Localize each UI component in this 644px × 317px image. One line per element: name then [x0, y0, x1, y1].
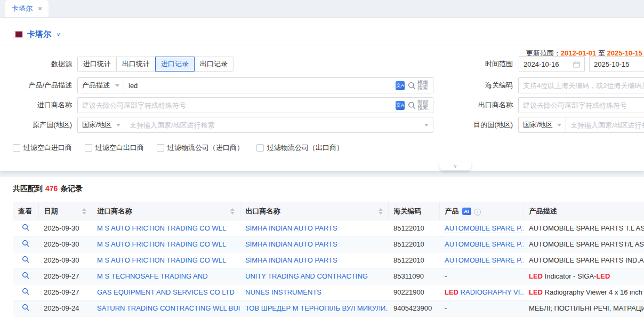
exporter-cell: UNITY TRADING AND CONTRACTING [240, 268, 388, 284]
importer-search-input[interactable] [82, 101, 396, 109]
fuzzy-search-button[interactable]: 模糊搜索 [408, 80, 429, 91]
importer-link[interactable]: SATURN TRADING CONTRACTING WLL BUI... [97, 304, 240, 313]
chevron-down-icon [116, 124, 120, 129]
origin-mode-select[interactable]: 国家/地区 [77, 117, 125, 133]
country-header[interactable]: 卡塔尔 ∨ [13, 26, 60, 42]
source-export-records-button[interactable]: 出口记录 [194, 57, 234, 72]
date-cell: 2025-09-24 [38, 300, 92, 316]
view-cell [13, 284, 38, 300]
chevron-down-icon [557, 124, 561, 129]
col-hs-code: 海关编码 [388, 202, 439, 220]
product-cell: AUTOMOBILE SPARE P... [439, 220, 524, 236]
tab-title: 卡塔尔 [12, 4, 33, 13]
time-range-label: 时间范围 [453, 59, 513, 69]
product-cell-text[interactable]: RADIOGRAPHY VI... [458, 288, 524, 297]
translate-icon[interactable]: 文A [396, 101, 405, 110]
view-record-icon[interactable] [22, 256, 29, 265]
smart-search-label: 智能搜索 [417, 100, 429, 110]
end-date-value: 2025-10-15 [594, 60, 640, 68]
hs-code-input[interactable] [523, 82, 644, 90]
smart-search-button[interactable]: 智能搜索 [408, 100, 429, 110]
product-cell-text[interactable]: AUTOMOBILE SPARE P... [445, 224, 524, 233]
exporter-link[interactable]: SIMHA INDIAN AUTO PARTS [245, 256, 337, 264]
sort-carets-icon[interactable] [82, 206, 86, 217]
importer-search-box: 文A 智能搜索 [77, 97, 433, 113]
divider [0, 45, 644, 45]
exporter-search-input[interactable] [523, 101, 644, 109]
importer-cell: M S TECHNOSAFE TRADING AND [92, 268, 240, 284]
origin-search-input[interactable] [130, 121, 424, 129]
col-date[interactable]: 日期 [38, 202, 92, 220]
importer-link[interactable]: M S AUTO FRICTION TRADING CO WLL [97, 256, 226, 264]
translate-icon[interactable]: 文A [396, 81, 405, 90]
product-cell-text[interactable]: AUTOMOBILE SPARE P... [445, 240, 524, 249]
checkbox-icon [256, 144, 264, 152]
filter-checkbox-row: 过滤空白进口商 过滤空白出口商 过滤物流公司（进口商） 过滤物流公司（出口商） [13, 143, 343, 153]
exporter-link[interactable]: SIMHA INDIAN AUTO PARTS [245, 224, 337, 232]
view-record-icon[interactable] [22, 288, 29, 297]
product-type-select[interactable]: 产品描述 [77, 77, 124, 93]
data-source-row: 数据源 进口统计 出口统计 进口记录 出口记录 [13, 57, 234, 72]
col-importer[interactable]: 进口商名称 [92, 202, 240, 220]
exporter-link[interactable]: UNITY TRADING AND CONTRACTING [245, 272, 368, 280]
hs-code-label: 海关编码 [453, 81, 513, 90]
date-cell: 2025-09-30 [38, 252, 92, 268]
view-record-icon[interactable] [22, 224, 29, 233]
collapse-filters-button[interactable]: ∨ [439, 162, 471, 170]
source-import-records-button[interactable]: 进口记录 [155, 57, 195, 72]
filter-logistics-exporter-checkbox[interactable]: 过滤物流公司（出口商） [256, 143, 343, 153]
chevron-down-icon [424, 124, 429, 129]
description-cell-text: AUTOMOBILE SPARE PARTST/L ASSY ... [529, 240, 644, 248]
destination-search-input[interactable] [570, 121, 644, 129]
importer-link[interactable]: GAS EQUIPMENT AND SERVICES CO LTD [97, 288, 235, 296]
filter-blank-importer-checkbox[interactable]: 过滤空白进口商 [13, 143, 72, 153]
sort-carets-icon[interactable] [230, 206, 235, 217]
filter-blank-exporter-checkbox[interactable]: 过滤空白出口商 [85, 143, 144, 153]
description-cell: AUTOMOBILE SPARE PARTST/L ASSY ... [524, 236, 644, 252]
product-search-input[interactable] [128, 82, 396, 90]
destination-row: 目的国(地区) 国家/地区 [453, 117, 644, 133]
table-row: 2025-09-27M S TECHNOSAFE TRADING ANDUNIT… [13, 268, 644, 284]
exporter-link[interactable]: SIMHA INDIAN AUTO PARTS [245, 240, 337, 248]
info-icon[interactable]: i [474, 209, 481, 216]
col-exporter[interactable]: 出口商名称 [240, 202, 388, 220]
origin-row: 原产国(地区) 国家/地区 [13, 117, 433, 133]
tab-qatar[interactable]: 卡塔尔 × [5, 0, 49, 17]
hs-code-cell: 85311090 [388, 268, 439, 284]
search-icon [408, 101, 416, 109]
description-cell-text: Indicator - SIGA- [543, 272, 596, 280]
exporter-link[interactable]: ТОВ ШРЕДЕР М ТЕРНОПІЛЬ ВУЛ МИКУЛИ... [245, 304, 388, 313]
source-import-stats-button[interactable]: 进口统计 [77, 57, 117, 72]
importer-link[interactable]: M S AUTO FRICTION TRADING CO WLL [97, 224, 226, 232]
fuzzy-search-label: 模糊搜索 [417, 80, 429, 91]
end-date-input[interactable]: 2025-10-15 [589, 56, 644, 72]
hs-code-cell: 90221900 [388, 284, 439, 300]
product-cell-text[interactable]: AUTOMOBILE SPARE P... [445, 256, 524, 265]
hs-code-box [518, 77, 644, 93]
description-cell: LED Indicator - SIGA-LED [524, 268, 644, 284]
importer-link[interactable]: M S TECHNOSAFE TRADING AND [97, 272, 208, 280]
source-export-stats-button[interactable]: 出口统计 [116, 57, 156, 72]
view-record-icon[interactable] [22, 304, 29, 313]
importer-link[interactable]: M S AUTO FRICTION TRADING CO WLL [97, 240, 226, 248]
checkbox-icon [13, 144, 20, 152]
sort-carets-icon[interactable] [379, 206, 383, 217]
exporter-link[interactable]: NUNES INSTRUMENTS [245, 288, 321, 296]
qatar-flag-icon [13, 31, 23, 38]
hs-code-cell: 85122010 [388, 220, 439, 236]
importer-row: 进口商名称 文A 智能搜索 [13, 97, 433, 113]
tab-close-icon[interactable]: × [38, 5, 42, 12]
chevron-down-icon[interactable]: ∨ [57, 31, 60, 37]
col-product: 产品AIi [439, 202, 524, 220]
origin-search-box [125, 117, 433, 133]
results-count: 476 [45, 184, 58, 193]
view-record-icon[interactable] [22, 272, 29, 281]
destination-mode-select[interactable]: 国家/地区 [518, 117, 566, 133]
filter-logistics-importer-checkbox[interactable]: 过滤物流公司（进口商） [157, 143, 244, 153]
view-record-icon[interactable] [22, 240, 29, 249]
destination-mode-value: 国家/地区 [523, 120, 553, 130]
product-search-box: 文A 模糊搜索 [124, 77, 433, 93]
importer-cell: SATURN TRADING CONTRACTING WLL BUI... [92, 300, 240, 316]
origin-mode-value: 国家/地区 [82, 120, 112, 130]
start-date-input[interactable]: 2024-10-16 [519, 56, 585, 72]
